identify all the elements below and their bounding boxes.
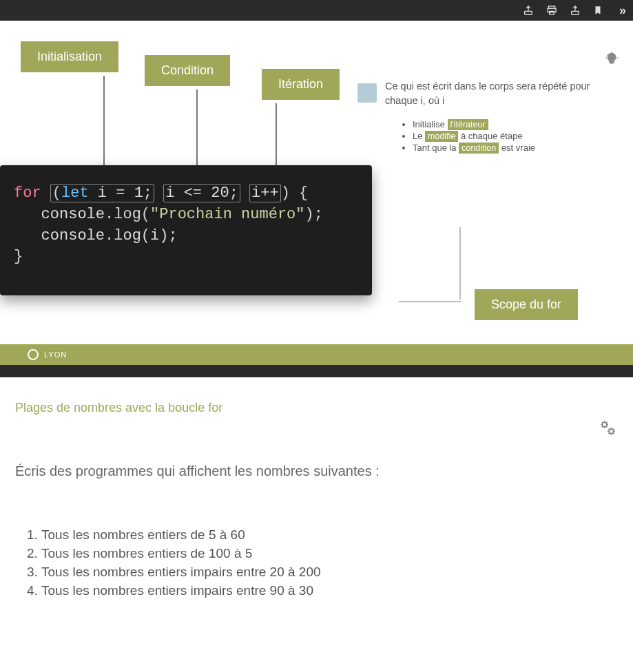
tag-condition: Condition (145, 55, 230, 86)
lightbulb-icon (604, 52, 619, 71)
app-toolbar: » (0, 0, 633, 21)
explanation-box: Ce qui est écrit dans le corps sera répé… (385, 79, 612, 154)
arrow-init (103, 76, 105, 176)
code-line-4: } (14, 246, 358, 268)
bookmark-icon[interactable] (593, 5, 603, 16)
tag-scope: Scope du for (475, 289, 578, 320)
footer-logo-icon (28, 349, 39, 360)
exercise-subhead: Plages de nombres avec la boucle for (15, 401, 618, 415)
slide-gap (0, 365, 633, 377)
code-line-3: console.log(i); (14, 226, 358, 247)
slide-exercises: Plages de nombres avec la boucle for Écr… (0, 377, 633, 672)
bullet-initialise: Initialise l'itérateur (413, 119, 612, 129)
more-icon[interactable]: » (619, 3, 626, 18)
bullet-modifie: Le modifie à chaque étape (413, 131, 612, 141)
svg-rect-0 (525, 11, 532, 14)
share-icon[interactable] (523, 5, 534, 16)
slide-footer: LYON (0, 344, 633, 365)
explanation-intro: Ce qui est écrit dans le corps sera répé… (385, 79, 612, 108)
print-icon[interactable] (546, 5, 557, 16)
arrow-cond (196, 90, 198, 176)
book-icon (357, 83, 377, 103)
tag-iteration: Itération (262, 69, 340, 100)
connector-scope-h (399, 301, 461, 302)
connector-scope (406, 227, 461, 300)
bullet-condition: Tant que la condition est vraie (413, 143, 612, 153)
exercise-instruction: Écris des programmes qui affichent les n… (15, 463, 618, 479)
code-line-1: for (let i = 1; i <= 20; i++) { (14, 183, 358, 204)
share-icon-2[interactable] (570, 5, 581, 16)
list-item: Tous les nombres entiers impairs entre 2… (41, 565, 618, 580)
list-item: Tous les nombres entiers de 5 à 60 (41, 527, 618, 543)
slide-for-loop-anatomy: Initialisation Condition Itération Scope… (0, 21, 633, 365)
tag-initialisation: Initialisation (21, 41, 118, 72)
footer-text: LYON (44, 350, 67, 359)
list-item: Tous les nombres entiers impairs entre 9… (41, 583, 618, 598)
exercise-list: Tous les nombres entiers de 5 à 60 Tous … (41, 527, 618, 598)
settings-gears-icon (599, 419, 616, 441)
code-example: for (let i = 1; i <= 20; i++) { console.… (0, 165, 372, 295)
svg-rect-4 (572, 11, 579, 14)
list-item: Tous les nombres entiers de 100 à 5 (41, 546, 618, 561)
code-line-2: console.log("Prochain numéro"); (14, 204, 358, 226)
